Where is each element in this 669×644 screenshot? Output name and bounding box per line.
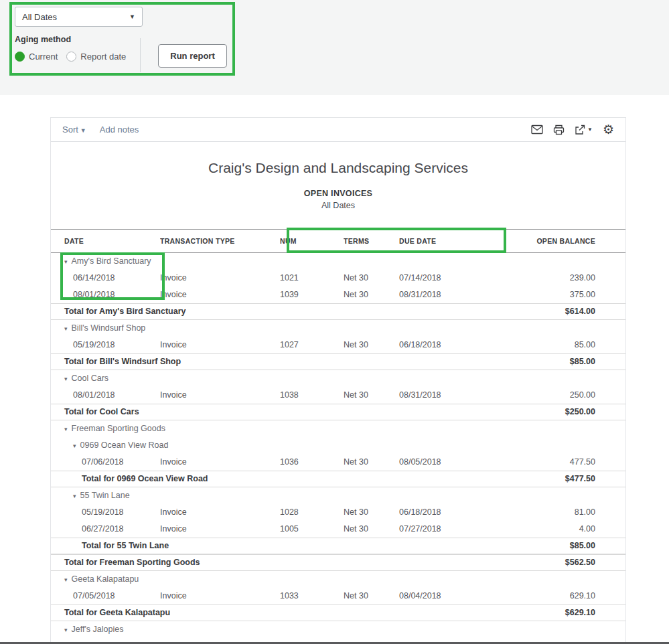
report-table: DATE TRANSACTION TYPE NUM TERMS DUE DATE…: [51, 229, 625, 638]
total-row: Total for Bill's Windsurf Shop$85.00: [51, 353, 625, 370]
total-open-balance: $477.50: [339, 471, 626, 487]
total-label: Total for Amy's Bird Sanctuary: [51, 304, 330, 319]
settings-gear-icon[interactable]: ⚙: [603, 123, 614, 136]
report-toolbar: Sort▼ Add notes: [51, 118, 625, 142]
group-cell: ▾Jeff's Jalopies: [51, 621, 625, 638]
report-header: Craig's Design and Landscaping Services …: [51, 142, 625, 211]
column-header-transaction-type[interactable]: TRANSACTION TYPE: [160, 230, 280, 252]
collapse-caret-icon[interactable]: ▾: [64, 426, 68, 432]
total-open-balance: $629.10: [330, 605, 626, 621]
group-row: ▾Amy's Bird Sanctuary: [51, 253, 625, 270]
invoice-row[interactable]: 05/19/2018Invoice1027Net 3006/18/201885.…: [51, 337, 625, 353]
report-subtitle: All Dates: [51, 200, 625, 211]
cell-terms: Net 30: [344, 588, 399, 605]
total-open-balance: $85.00: [339, 538, 626, 554]
cell-date: 06/14/2018: [51, 270, 160, 287]
column-header-terms[interactable]: TERMS: [344, 230, 399, 252]
cell-due-date: 06/18/2018: [399, 504, 503, 521]
aging-method-label: Aging method: [15, 35, 71, 44]
cell-date: 08/01/2018: [51, 387, 160, 404]
total-open-balance: $614.00: [330, 304, 626, 319]
group-cell: ▾0969 Ocean View Road: [51, 437, 625, 454]
table-header-row: DATE TRANSACTION TYPE NUM TERMS DUE DATE…: [51, 229, 625, 253]
total-label: Total for Cool Cars: [51, 404, 330, 420]
cell-open-balance: 4.00: [503, 521, 625, 538]
group-cell: ▾55 Twin Lane: [51, 487, 625, 504]
company-name: Craig's Design and Landscaping Services: [51, 159, 625, 177]
cell-open-balance: 239.00: [503, 270, 625, 287]
collapse-caret-icon[interactable]: ▾: [64, 576, 68, 583]
cell-due-date: 08/04/2018: [399, 588, 503, 605]
email-icon[interactable]: [531, 125, 543, 135]
cell-due-date: 08/31/2018: [399, 287, 503, 303]
cell-num: 1005: [280, 521, 344, 538]
invoice-row[interactable]: 08/01/2018Invoice1039Net 3008/31/2018375…: [51, 287, 625, 303]
collapse-caret-icon[interactable]: ▾: [64, 325, 68, 332]
group-label[interactable]: Amy's Bird Sanctuary: [72, 256, 151, 266]
chevron-down-icon: ▼: [587, 127, 593, 133]
column-header-date[interactable]: DATE: [51, 230, 160, 252]
group-label[interactable]: Cool Cars: [72, 374, 109, 383]
cell-due-date: 07/27/2018: [399, 521, 503, 538]
export-icon[interactable]: ▼: [575, 125, 593, 135]
invoice-row[interactable]: 06/14/2018Invoice1021Net 3007/14/2018239…: [51, 270, 625, 287]
cell-terms: Net 30: [344, 454, 399, 471]
cell-transaction-type: Invoice: [160, 454, 280, 471]
total-row: Total for Geeta Kalapatapu$629.10: [51, 605, 625, 621]
group-cell: ▾Amy's Bird Sanctuary: [51, 253, 625, 270]
cell-num: 1027: [280, 337, 344, 353]
invoice-row[interactable]: 07/05/2018Invoice1033Net 3008/04/2018629…: [51, 588, 625, 605]
column-header-open-balance[interactable]: OPEN BALANCE: [503, 230, 625, 252]
total-label: Total for Bill's Windsurf Shop: [51, 354, 330, 370]
collapse-caret-icon[interactable]: ▾: [64, 627, 68, 633]
total-open-balance: $85.00: [330, 354, 626, 370]
group-label[interactable]: Geeta Kalapatapu: [72, 574, 139, 584]
report-title: OPEN INVOICES: [51, 188, 625, 199]
group-row: ▾Jeff's Jalopies: [51, 621, 625, 638]
group-cell: ▾Geeta Kalapatapu: [51, 571, 625, 588]
total-label: Total for Freeman Sporting Goods: [51, 555, 330, 570]
add-notes-link[interactable]: Add notes: [100, 125, 139, 135]
sort-dropdown[interactable]: Sort▼: [62, 125, 86, 135]
total-open-balance: $250.00: [330, 404, 626, 420]
group-row: ▾Geeta Kalapatapu: [51, 571, 625, 588]
cell-date: 07/06/2018: [51, 454, 160, 471]
cell-transaction-type: Invoice: [160, 337, 280, 353]
cell-due-date: 08/31/2018: [399, 387, 503, 404]
filter-panel: All Dates ▼ Aging method Current Report …: [0, 0, 669, 95]
report-table-body: ▾Amy's Bird Sanctuary06/14/2018Invoice10…: [51, 253, 625, 638]
total-label: Total for 55 Twin Lane: [51, 538, 339, 554]
column-header-due-date[interactable]: DUE DATE: [399, 230, 503, 252]
cell-date: 05/19/2018: [51, 337, 160, 353]
group-label[interactable]: Bill's Windsurf Shop: [72, 323, 146, 333]
cell-num: 1038: [280, 387, 344, 404]
date-range-dropdown[interactable]: All Dates ▼: [15, 7, 143, 27]
run-report-button[interactable]: Run report: [158, 44, 227, 68]
group-label[interactable]: Jeff's Jalopies: [72, 625, 124, 634]
invoice-row[interactable]: 06/27/2018Invoice1005Net 3007/27/20184.0…: [51, 521, 625, 538]
cell-transaction-type: Invoice: [160, 504, 280, 521]
group-label[interactable]: Freeman Sporting Goods: [72, 424, 165, 433]
invoice-row[interactable]: 07/06/2018Invoice1036Net 3008/05/2018477…: [51, 454, 625, 471]
cell-terms: Net 30: [344, 387, 399, 404]
group-label[interactable]: 55 Twin Lane: [80, 491, 130, 500]
invoice-row[interactable]: 05/19/2018Invoice1028Net 3006/18/201881.…: [51, 504, 625, 521]
radio-current[interactable]: [15, 52, 25, 62]
total-row: Total for 0969 Ocean View Road$477.50: [51, 471, 625, 487]
invoice-row[interactable]: 08/01/2018Invoice1038Net 3008/31/2018250…: [51, 387, 625, 404]
collapse-caret-icon[interactable]: ▾: [64, 258, 68, 265]
radio-report-date[interactable]: [66, 52, 76, 62]
print-icon[interactable]: [553, 125, 565, 135]
group-row: ▾Cool Cars: [51, 370, 625, 387]
total-row: Total for Amy's Bird Sanctuary$614.00: [51, 303, 625, 320]
group-cell: ▾Freeman Sporting Goods: [51, 420, 625, 437]
toolbar-icon-group: ▼ ⚙: [531, 123, 614, 136]
cell-transaction-type: Invoice: [160, 521, 280, 538]
cell-due-date: 06/18/2018: [399, 337, 503, 353]
column-header-num[interactable]: NUM: [280, 230, 344, 252]
collapse-caret-icon[interactable]: ▾: [73, 442, 76, 449]
cell-num: 1028: [280, 504, 344, 521]
collapse-caret-icon[interactable]: ▾: [64, 376, 68, 382]
collapse-caret-icon[interactable]: ▾: [73, 493, 76, 499]
group-label[interactable]: 0969 Ocean View Road: [80, 440, 169, 450]
